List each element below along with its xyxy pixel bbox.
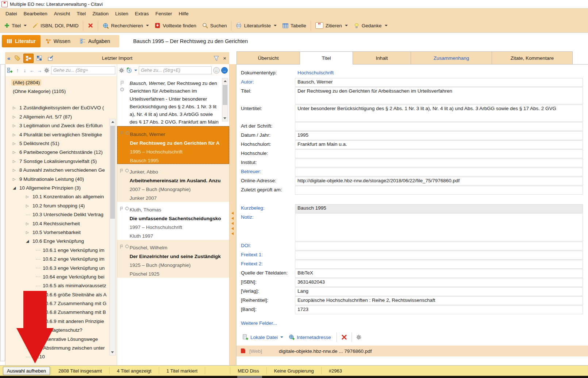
rating-circle-icon[interactable] (126, 131, 130, 136)
expander-icon[interactable] (36, 250, 41, 250)
flag-icon[interactable] (120, 131, 124, 136)
tree-item[interactable]: ▷ 5 Deliktsrecht (51) (5, 139, 117, 148)
history-icon[interactable] (126, 67, 132, 73)
gear-icon[interactable] (356, 334, 362, 340)
tree-item[interactable]: 10.6.6 größe Streitnähe als A (5, 290, 117, 299)
tree-item[interactable]: (Ohne Kategorie) (1105) (5, 87, 117, 96)
expander-icon[interactable] (36, 276, 41, 277)
menu-item[interactable]: Datei (2, 11, 20, 16)
list-item[interactable]: Junker, Abbo Arbeitnehmereinsatz im Ausl… (117, 164, 229, 202)
detail-tab[interactable]: Übersicht (237, 51, 300, 65)
isbn-doi-pmid-button[interactable]: ISBN, DOI, PMID (30, 21, 81, 30)
field-value[interactable] (295, 168, 583, 176)
field-value[interactable]: 1723 (295, 305, 583, 314)
field-value[interactable]: 3631482043 (295, 278, 583, 287)
field-value[interactable] (295, 242, 583, 250)
menu-item[interactable]: Fenster (152, 11, 176, 16)
expander-icon[interactable]: ◢ (26, 239, 32, 243)
tab-wissen[interactable]: Wissen (41, 35, 75, 47)
status-grouping[interactable]: Keine Gruppierung (268, 368, 320, 374)
categories-filter-button[interactable] (23, 54, 34, 63)
tabelle-button[interactable]: Tabelle (280, 22, 309, 30)
field-value[interactable]: Bausch 1995 (295, 204, 583, 213)
move-down-icon[interactable]: ↓ (22, 67, 28, 73)
back-icon[interactable]: ← (213, 67, 220, 74)
tree-item[interactable]: ◢ 10.6 Enge Verknüpfung (5, 237, 117, 246)
reference-preview[interactable]: Bausch, Werner, Der Rechtsweg zu den Ger… (117, 76, 229, 126)
rating-circle-icon[interactable] (120, 87, 125, 92)
expander-icon[interactable]: ▷ (26, 195, 32, 199)
expander-icon[interactable]: ▷ (26, 230, 32, 234)
field-value[interactable]: Unter besonderer Berücksichtigung des § … (295, 105, 583, 122)
field-value[interactable]: BibTeX (295, 269, 583, 278)
tree-item[interactable]: ▷ 7 Sonstige Lokalisierungsvielfalt (5) (5, 157, 117, 165)
tree-item[interactable]: ▷ 10.1 Konzentration als allgemein (5, 192, 117, 201)
scroll-down-icon[interactable] (223, 117, 226, 119)
detail-tab[interactable]: Zitate, Kommentare (492, 51, 573, 65)
expander-icon[interactable]: ▷ (13, 159, 19, 163)
add-category-icon[interactable] (7, 67, 13, 73)
gear-icon[interactable] (44, 67, 50, 73)
scroll-up-icon[interactable] (111, 121, 114, 123)
tree-item[interactable]: 10.6.9 mit anderen Prinzipie (5, 317, 117, 326)
menu-item[interactable]: Listen (112, 11, 131, 16)
internet-address-button[interactable]: Internetadresse (287, 334, 333, 340)
tree-item[interactable]: ▷ 3 Legitimation und Zweck des Erfüllun (5, 121, 117, 130)
tree-item[interactable]: 10.6.2 enge Verknüpfung im (5, 254, 117, 263)
splitter-collapse-icon[interactable] (231, 212, 234, 235)
tree-item[interactable]: 10.6.1 enge Verknüpfung im (5, 246, 117, 254)
field-value[interactable]: http://digitale-objekte.hbz-nrw.de/stora… (295, 177, 583, 186)
field-value[interactable] (295, 149, 583, 158)
move-up-icon[interactable]: ↑ (15, 67, 20, 73)
panel-splitter[interactable] (229, 64, 237, 366)
tree-item[interactable]: 10.64 enge Verknüpfung bei (5, 272, 117, 281)
labels-filter-button[interactable] (12, 54, 23, 63)
expander-icon[interactable]: ▷ (13, 106, 19, 110)
menu-item[interactable]: Ansicht (51, 11, 73, 16)
list-item[interactable]: Kluth, Thomas Die umfassende Sachentsche… (117, 202, 229, 240)
expander-icon[interactable]: ▷ (26, 222, 32, 226)
expander-icon[interactable] (36, 285, 41, 286)
expander-icon[interactable]: ▷ (13, 124, 19, 128)
list-item[interactable]: Püschel, Wilhelm Der Einzelrichter und s… (117, 240, 229, 278)
tree-item[interactable]: ▷ 2 Allgemein Art. 5/7 (87) (5, 112, 117, 121)
expander-icon[interactable]: ▷ (13, 133, 19, 137)
field-value[interactable]: Frankfurt am Main u.a. (295, 140, 583, 149)
tree-item[interactable]: ▷ 1 Zuständigkeitssystem der EuGVVO ( (5, 104, 117, 112)
menu-item[interactable]: Titel (73, 11, 89, 16)
suchen-button[interactable]: Suchen (199, 21, 230, 30)
menu-item[interactable]: Zitation (89, 11, 112, 16)
field-value[interactable] (295, 186, 583, 195)
volltexte-finden-button[interactable]: Volltexte finden (152, 21, 199, 30)
tree-item[interactable]: ▷ 6 Parteibezogene Gerichtsstände (12) (5, 148, 117, 157)
field-value[interactable] (295, 122, 583, 131)
expander-icon[interactable]: ▷ (13, 150, 19, 154)
rating-circle-icon[interactable] (125, 207, 129, 211)
field-value[interactable] (295, 213, 583, 241)
collapse-panel-icon[interactable]: « (7, 55, 10, 61)
detail-tab[interactable]: Zusammenhang (411, 51, 492, 65)
tree-item[interactable]: ◢ 10 Allgemeine Prinzipien (3) (5, 183, 117, 192)
expander-icon[interactable] (36, 268, 41, 268)
groups-filter-button[interactable] (34, 54, 45, 63)
scroll-thumb[interactable] (110, 126, 115, 219)
rating-circle-icon[interactable] (125, 169, 129, 173)
chevron-down-icon[interactable] (134, 70, 137, 71)
expander-icon[interactable]: ◢ (13, 186, 19, 190)
flag-icon[interactable] (120, 245, 124, 249)
gear-icon[interactable] (119, 67, 124, 73)
remove-attachment-button[interactable] (341, 334, 347, 340)
attachment-row[interactable]: [Web] digitale-objekte.hbz-nrw.de ... 79… (237, 346, 588, 356)
tree-item[interactable]: ▷ 9 Multinationale Leistung (40) (5, 175, 117, 183)
field-value[interactable]: Bausch, Werner (295, 78, 583, 87)
tree-scrollbar[interactable] (109, 119, 116, 355)
move-left-icon[interactable]: ← (29, 67, 35, 73)
funnel-icon[interactable] (213, 55, 219, 61)
tree-item[interactable]: 10.6.3 enge Verknüpfung un (5, 264, 117, 272)
field-value[interactable] (295, 159, 583, 167)
scroll-thumb[interactable] (223, 85, 227, 105)
recherchieren-button[interactable]: Recherchieren (100, 21, 152, 30)
tree-item[interactable]: (Alle) (2804) (5, 78, 117, 87)
flag-icon[interactable] (120, 169, 124, 173)
field-value[interactable]: Hochschulschrift (295, 69, 583, 78)
